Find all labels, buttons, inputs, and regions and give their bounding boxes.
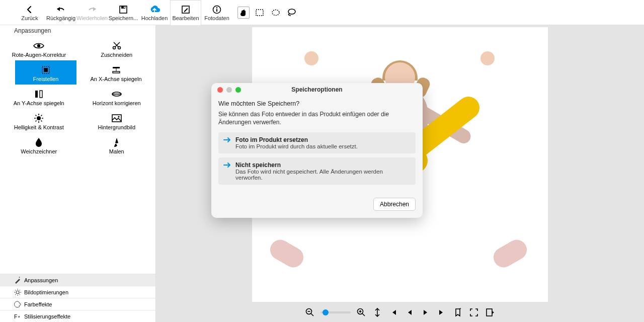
first-page-button[interactable] [388, 307, 399, 318]
drop-icon [35, 137, 42, 147]
tab-adjustments[interactable]: Anpassungen [0, 274, 155, 286]
option-discard-desc: Das Foto wird nicht gespeichert. Alle Än… [235, 169, 411, 181]
prev-page-button[interactable] [404, 307, 415, 318]
cutout-icon [41, 65, 51, 75]
save-options-dialog: Speicheroptionen Wie möchten Sie Speiche… [211, 83, 423, 218]
save-label: Speichern... [109, 15, 138, 21]
back-button[interactable]: Zurück [14, 0, 45, 25]
tool-paint[interactable]: Malen [78, 133, 156, 157]
tool-blur[interactable]: Weichzeichner [0, 133, 78, 157]
svg-point-23 [16, 291, 19, 294]
lasso-select-tool[interactable] [286, 7, 298, 19]
chevron-left-icon [26, 4, 34, 15]
svg-point-22 [118, 116, 119, 117]
brightness-icon [34, 113, 44, 123]
tool-horizon[interactable]: Horizont korrigieren [78, 85, 156, 109]
zoom-window-button[interactable] [235, 87, 241, 93]
svg-rect-7 [256, 10, 263, 16]
dialog-question: Wie möchten Sie Speichern? [218, 100, 416, 107]
edit-button[interactable]: Bearbeiten [170, 0, 201, 25]
horizon-icon [111, 89, 122, 99]
fullscreen-button[interactable] [468, 307, 479, 318]
sidebar: Anpassungen Rote-Augen-Korrektur Zuschne… [0, 25, 156, 322]
tool-grid: Rote-Augen-Korrektur Zuschneiden Freiste… [0, 36, 155, 274]
export-button[interactable] [485, 307, 496, 318]
fit-height-button[interactable] [372, 307, 383, 318]
svg-point-10 [37, 44, 40, 47]
last-page-button[interactable] [436, 307, 447, 318]
zoom-in-button[interactable] [356, 307, 367, 318]
svg-point-9 [288, 9, 295, 14]
sidebar-tabs: Anpassungen Bildoptimierungen Farbeffekt… [0, 274, 155, 322]
svg-rect-16 [113, 71, 120, 73]
next-page-button[interactable] [420, 307, 431, 318]
dialog-titlebar[interactable]: Speicheroptionen [211, 83, 423, 96]
wand-icon [14, 277, 21, 284]
tab-coloreffects[interactable]: Farbeffekte [0, 298, 155, 310]
undo-button[interactable]: Rückgängig [45, 0, 76, 25]
zoom-slider[interactable] [320, 311, 351, 313]
option-replace[interactable]: Foto im Produkt ersetzen Foto im Produkt… [218, 132, 416, 153]
flip-x-icon [111, 65, 122, 75]
option-replace-title: Foto im Produkt ersetzen [235, 136, 411, 143]
svg-rect-18 [40, 91, 42, 98]
tool-flipy[interactable]: An Y-Achse spiegeln [0, 85, 78, 109]
close-window-button[interactable] [217, 87, 223, 93]
svg-rect-17 [35, 91, 38, 98]
tool-background[interactable]: Hintergrundbild [78, 109, 156, 133]
svg-text:F: F [14, 314, 17, 319]
flip-y-icon [34, 89, 43, 99]
image-icon [112, 113, 122, 123]
cloud-upload-icon [149, 4, 160, 15]
arrow-right-icon [223, 137, 231, 143]
svg-rect-27 [487, 309, 492, 316]
tab-stylize[interactable]: F Stilisierungseffekte [0, 310, 155, 322]
svg-rect-21 [112, 115, 121, 122]
edit-label: Bearbeiten [172, 15, 199, 21]
sun-icon [14, 289, 21, 296]
dialog-title: Speicheroptionen [211, 86, 423, 93]
redo-label: Wiederholen [76, 15, 108, 21]
svg-rect-15 [113, 67, 120, 68]
save-icon [119, 4, 128, 15]
tool-flipx[interactable]: An X-Achse spiegeln [76, 60, 155, 85]
svg-point-20 [37, 116, 41, 120]
top-toolbar: Zurück Rückgängig Wiederholen Speichern.… [0, 0, 644, 25]
tab-optimize[interactable]: Bildoptimierungen [0, 286, 155, 298]
option-discard-title: Nicht speichern [235, 162, 411, 169]
brush-icon [113, 137, 120, 147]
bookmark-button[interactable] [452, 307, 463, 318]
zoom-thumb[interactable] [323, 309, 329, 315]
tool-brightness[interactable]: Helligkeit & Kontrast [0, 109, 78, 133]
hand-tool[interactable] [237, 7, 250, 19]
back-label: Zurück [21, 15, 38, 21]
fx-icon: F [14, 313, 21, 320]
save-button[interactable]: Speichern... [108, 0, 139, 25]
tool-crop[interactable]: Zuschneiden [78, 36, 156, 60]
arrow-right-icon [223, 162, 231, 168]
svg-rect-2 [124, 7, 125, 8]
photodata-button[interactable]: Fotodaten [201, 0, 232, 25]
tool-redeye[interactable]: Rote-Augen-Korrektur [0, 36, 78, 60]
svg-point-12 [118, 47, 120, 49]
tool-cutout[interactable]: Freistellen [15, 60, 76, 85]
option-replace-desc: Foto im Produkt wird durch das aktuelle … [235, 143, 411, 149]
zoom-out-button[interactable] [304, 307, 315, 318]
svg-rect-14 [44, 68, 48, 72]
svg-point-5 [216, 7, 217, 8]
sidebar-title: Anpassungen [0, 25, 155, 36]
svg-point-11 [113, 47, 115, 49]
redo-icon [87, 4, 97, 15]
rect-select-tool[interactable] [254, 7, 266, 19]
info-icon [212, 4, 221, 15]
upload-button[interactable]: Hochladen [139, 0, 170, 25]
ellipse-select-tool[interactable] [270, 7, 282, 19]
svg-point-8 [272, 10, 279, 15]
cancel-button[interactable]: Abbrechen [373, 198, 416, 211]
photodata-label: Fotodaten [204, 15, 229, 21]
option-discard[interactable]: Nicht speichern Das Foto wird nicht gesp… [218, 157, 416, 185]
undo-label: Rückgängig [46, 15, 75, 21]
palette-icon [14, 301, 21, 308]
undo-icon [56, 4, 66, 15]
viewer-toolbar [156, 304, 644, 321]
